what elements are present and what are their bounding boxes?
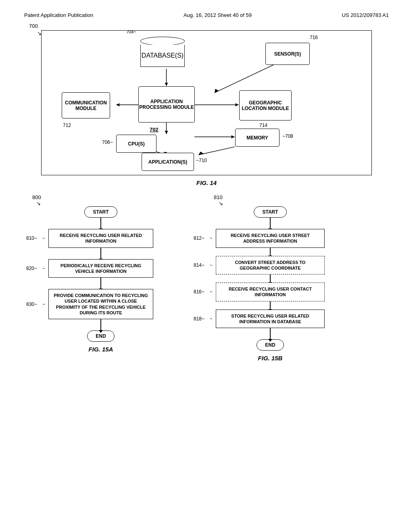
fig14-caption: FIG. 14 (24, 179, 389, 186)
fig14-comm-module: COMMUNICATION MODULE (62, 92, 110, 118)
svg-marker-7 (236, 103, 239, 106)
fig14-702-label: 702 (150, 127, 159, 133)
svg-marker-15 (198, 152, 204, 155)
page-header: Patent Application Publication Aug. 16, … (24, 12, 389, 18)
fig14-700-label: 700 (29, 23, 38, 29)
fig14-app-processing: APPLICATION PROCESSING MODULE (138, 86, 195, 123)
fig14-cpu: CPU(S) (116, 135, 156, 153)
fig15b-step4: STORE RECYCLING USER RELATED INFORMATION… (216, 310, 325, 328)
fig15b-caption: FIG. 15B (190, 355, 351, 362)
flowcharts-row: 800 ↘ START 810~ ~ (24, 194, 389, 362)
fig15b-start: START (254, 206, 286, 218)
fig15a-step2: PERIODICALLY RECEIVE RECYCLING VEHICLE I… (48, 259, 153, 278)
header-right: US 2012/209783 A1 (342, 12, 389, 18)
fig15a-step1: RECEIVE RECYCLING USER RELATED INFORMATI… (48, 229, 153, 248)
fig15b-816-ref: 816~ (194, 289, 204, 295)
fig15b-step1: RECEIVE RECYCLING USER STREET ADDRESS IN… (216, 229, 325, 248)
svg-marker-5 (116, 103, 119, 106)
fig15a-start: START (84, 206, 117, 218)
svg-marker-9 (165, 131, 168, 134)
fig15b-818-ref: 818~ (194, 316, 204, 322)
fig15b-step2: CONVERT STREET ADDRESS TO GEOGRAPHIC COO… (216, 256, 325, 275)
svg-marker-1 (165, 83, 168, 86)
fig14-memory: MEMORY (235, 129, 280, 147)
svg-line-14 (198, 147, 234, 155)
fig15b-flowchart: 810 ↘ START 812~ ~ RECE (190, 194, 351, 362)
fig14-applications: APPLICATION(S) (142, 153, 194, 171)
fig15a-caption: FIG. 15A (24, 346, 177, 353)
fig15b-814-ref: 814~ (194, 262, 204, 268)
fig15b-812-ref: 812~ (194, 235, 204, 241)
fig14-geo-module: GEOGRAPHIC LOCATION MODULE (239, 90, 292, 121)
fig15a-830-ref: 830~ (26, 301, 37, 307)
fig14-database: 704~ DATABASE(S) (140, 37, 185, 67)
header-center: Aug. 16, 2012 Sheet 40 of 59 (184, 12, 252, 18)
fig15a-820-ref: 820~ (26, 266, 37, 271)
svg-marker-3 (215, 89, 219, 93)
fig14-diagram: 704~ DATABASE(S) SENSOR(S) 716 APPLICATI… (41, 30, 372, 175)
fig15b-step3: RECEIVE RECYCLING USER CONTACT INFORMATI… (216, 283, 325, 301)
svg-marker-11 (232, 135, 235, 139)
fig15a-flowchart: 800 ↘ START 810~ ~ (24, 194, 177, 353)
fig14-sensors: SENSOR(S) (265, 43, 310, 65)
header-left: Patent Application Publication (24, 12, 93, 18)
fig15a-810-ref: 810~ (26, 235, 37, 241)
fig15a-step3: PROVIDE COMMUNICATION TO RECYCLING USER … (48, 289, 153, 319)
